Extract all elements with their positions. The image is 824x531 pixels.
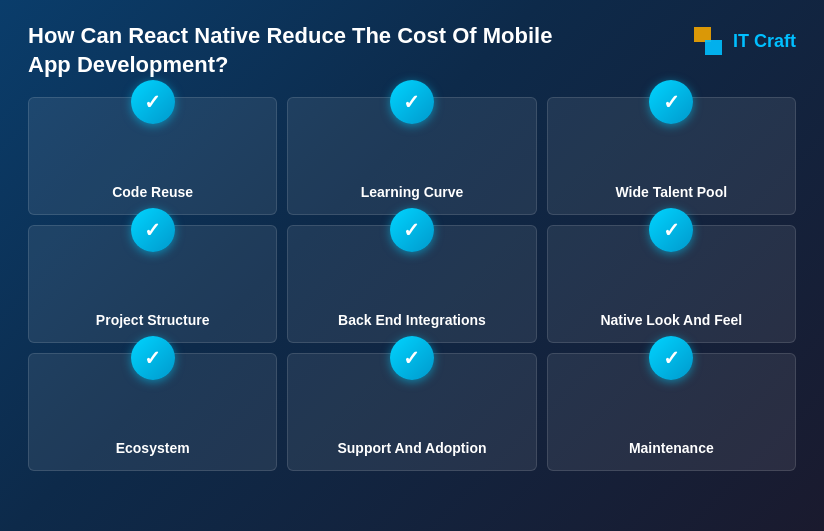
card-project-structure: ✓ Project Structure bbox=[28, 225, 277, 343]
checkmark-icon: ✓ bbox=[144, 92, 161, 112]
logo-it: IT bbox=[733, 31, 749, 51]
checkmark-icon: ✓ bbox=[144, 348, 161, 368]
check-circle: ✓ bbox=[649, 80, 693, 124]
card-wide-talent-pool: ✓ Wide Talent Pool bbox=[547, 97, 796, 215]
svg-marker-0 bbox=[694, 27, 711, 42]
check-circle: ✓ bbox=[390, 208, 434, 252]
check-circle: ✓ bbox=[131, 336, 175, 380]
card-label-maintenance: Maintenance bbox=[629, 440, 714, 456]
header: How Can React Native Reduce The Cost Of … bbox=[28, 22, 796, 79]
checkmark-icon: ✓ bbox=[403, 92, 420, 112]
card-label-back-end-integrations: Back End Integrations bbox=[338, 312, 486, 328]
check-circle: ✓ bbox=[390, 336, 434, 380]
card-support-and-adoption: ✓ Support And Adoption bbox=[287, 353, 536, 471]
card-learning-curve: ✓ Learning Curve bbox=[287, 97, 536, 215]
card-back-end-integrations: ✓ Back End Integrations bbox=[287, 225, 536, 343]
page-title: How Can React Native Reduce The Cost Of … bbox=[28, 22, 588, 79]
check-circle: ✓ bbox=[390, 80, 434, 124]
card-label-learning-curve: Learning Curve bbox=[361, 184, 464, 200]
card-label-wide-talent-pool: Wide Talent Pool bbox=[616, 184, 728, 200]
checkmark-icon: ✓ bbox=[403, 348, 420, 368]
card-native-look-and-feel: ✓ Native Look And Feel bbox=[547, 225, 796, 343]
check-circle: ✓ bbox=[649, 208, 693, 252]
check-circle: ✓ bbox=[131, 80, 175, 124]
card-label-ecosystem: Ecosystem bbox=[116, 440, 190, 456]
cards-grid: ✓ Code Reuse ✓ Learning Curve ✓ Wide Tal… bbox=[28, 97, 796, 471]
card-code-reuse: ✓ Code Reuse bbox=[28, 97, 277, 215]
card-label-code-reuse: Code Reuse bbox=[112, 184, 193, 200]
card-ecosystem: ✓ Ecosystem bbox=[28, 353, 277, 471]
checkmark-icon: ✓ bbox=[403, 220, 420, 240]
checkmark-icon: ✓ bbox=[663, 348, 680, 368]
card-label-project-structure: Project Structure bbox=[96, 312, 210, 328]
card-label-native-look-and-feel: Native Look And Feel bbox=[600, 312, 742, 328]
logo: IT Craft bbox=[689, 22, 796, 60]
logo-icon bbox=[689, 22, 727, 60]
checkmark-icon: ✓ bbox=[663, 220, 680, 240]
svg-marker-1 bbox=[705, 40, 722, 55]
logo-text: IT Craft bbox=[733, 31, 796, 52]
check-circle: ✓ bbox=[131, 208, 175, 252]
main-container: How Can React Native Reduce The Cost Of … bbox=[0, 0, 824, 531]
check-circle: ✓ bbox=[649, 336, 693, 380]
checkmark-icon: ✓ bbox=[144, 220, 161, 240]
checkmark-icon: ✓ bbox=[663, 92, 680, 112]
card-maintenance: ✓ Maintenance bbox=[547, 353, 796, 471]
card-label-support-and-adoption: Support And Adoption bbox=[337, 440, 486, 456]
logo-craft: Craft bbox=[749, 31, 796, 51]
